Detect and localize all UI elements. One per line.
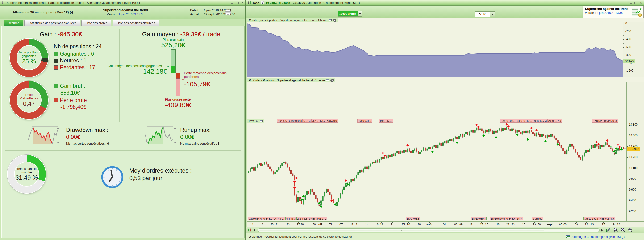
date-tick-label: 21: [272, 223, 282, 226]
statusbar-note: Graphique ProOrder (uniquement pour voir…: [249, 235, 352, 238]
report-instrument: Allemagne 30 au comptant (Mini 1€) (-): [13, 10, 73, 14]
app-candles-icon: [2, 1, 5, 5]
runup-sparkline-icon: [145, 125, 177, 145]
equity-pane-title: Courbe gains & pertes : Supertrend again…: [249, 19, 328, 22]
price-current-tag: 10 358,2: [627, 147, 640, 151]
avg-win-value: 142,18€: [96, 68, 167, 75]
gross-gain-value: 853,10€: [60, 90, 80, 96]
donut-ratio-label: Ratio Gains/Pertes: [17, 93, 41, 100]
date-tick-label: 12: [351, 223, 361, 226]
wrench-icon[interactable]: [255, 120, 258, 123]
price-axis: 10 80010 60010 40010 20010 0009 8009 600…: [626, 82, 644, 221]
section-divider-2: [5, 150, 240, 150]
date-tick-label: 08: [571, 223, 582, 226]
order-label: 1@9 956,9: [378, 119, 393, 123]
avg-win-label: Gain moyen des positions gagnantes —→: [44, 64, 169, 68]
units-dropdown-arrow-icon[interactable]: [358, 11, 362, 16]
close-icon[interactable]: ×: [639, 1, 642, 4]
positions-pane-title: ProOrder - Positions : Supertrend agains…: [249, 79, 325, 82]
loss-bar-light: [176, 78, 180, 96]
chart-settings-icon[interactable]: [605, 228, 610, 233]
orders-per-day-label: Moy d'ordres exécutés :: [129, 167, 192, 174]
date-tick-label: 30: [534, 223, 544, 226]
date-tick-label: 14: [246, 223, 257, 226]
avg-loss-label: Perte moyenne des positions perdantes: [184, 71, 243, 79]
donut-time-label2: marché: [22, 171, 32, 174]
order-label: 1@9 586,60 543,906,7 9 034 4 48,32,2 4 6…: [248, 217, 328, 221]
date-tick-label: sept.: [545, 223, 555, 226]
quote-time: 22:15:00: [293, 1, 305, 4]
price-label: Prix: [249, 120, 254, 123]
timeframe-dropdown[interactable]: 1 heure: [475, 11, 495, 17]
date-tick-label: 11: [466, 223, 476, 226]
close-pane-icon[interactable]: [333, 19, 336, 22]
order-label: 494,6 €s @9 939,865,1 33,2 9 258,7es 570…: [277, 119, 338, 123]
restore-icon[interactable]: [236, 1, 239, 4]
chart-titlebar: DAX 10 358,2 (+0,60%) 22:15:00 Allemagne…: [246, 0, 644, 6]
zoom-drag-icon[interactable]: [613, 228, 618, 233]
equity-current-tag: -945,30: [623, 59, 635, 63]
detach-pane-icon[interactable]: [326, 79, 329, 82]
date-tick-label: 28: [297, 223, 307, 226]
report-titlebar: Supertrend against the trend - Rapport d…: [0, 0, 245, 6]
donut-win-value: 25 %: [22, 58, 36, 65]
positions-pane-header: ProOrder - Positions : Supertrend agains…: [247, 78, 336, 82]
version-link[interactable]: 1 juin 2016 21:13:35: [119, 13, 144, 16]
report-window-title: Supertrend against the trend - Rapport d…: [6, 1, 140, 4]
gross-gain-swatch: [54, 84, 58, 88]
detach-indicator-icon[interactable]: [260, 120, 262, 122]
biggest-gain-value: 525,20€: [148, 41, 198, 49]
chart-mini-icon[interactable]: [248, 228, 252, 232]
report-summary-panel: Gain : -945,30€ % de positions gagnantes…: [2, 26, 244, 238]
ratio-donut: Ratio Gains/Pertes 0,47: [10, 81, 48, 120]
biggest-gain-label: Plus gros gain: [148, 38, 198, 41]
tab-2[interactable]: Liste des ordres: [82, 20, 111, 26]
instrument-link[interactable]: Allemagne 30 au comptant (Mini 1€) (-): [572, 235, 625, 239]
close-icon[interactable]: ×: [240, 1, 244, 4]
strategy-version-link[interactable]: 1 juin 2016 21:13:35: [597, 11, 622, 15]
scroll-left-arrow[interactable]: [253, 229, 256, 232]
date-tick-label: 19: [376, 223, 387, 226]
column-divider: [119, 29, 120, 121]
biggest-loss-label: Plus grosse perte: [153, 98, 203, 101]
scrollbar-track[interactable]: ≡: [258, 229, 600, 232]
time-in-market-donut: Temps dans le marché 31,49 %: [7, 154, 46, 194]
timeframe-dropdown-arrow-icon[interactable]: [490, 11, 495, 17]
zoom-in-icon[interactable]: [628, 228, 633, 233]
neutrals-swatch: [54, 59, 58, 63]
tab-1[interactable]: Statistiques des positions clôturées: [24, 20, 80, 26]
zoom-out-icon[interactable]: [620, 228, 626, 233]
minimize-icon[interactable]: [629, 1, 632, 4]
drawdown-sub: Nb max pertes consécutives : 6: [66, 142, 109, 145]
price-change: (+0,60%): [279, 1, 291, 4]
detach-pane-icon[interactable]: [329, 19, 332, 21]
tab-3[interactable]: Liste des positions clôturées: [112, 20, 159, 26]
neutrals-legend: Neutres : 1: [54, 57, 86, 64]
tab-bar: RésuméStatistiques des positions clôturé…: [0, 19, 245, 26]
date-tick-label: 28: [414, 223, 424, 226]
clock-icon: [101, 166, 124, 188]
gain-bar-dark: [171, 66, 176, 73]
chart-statusbar: Graphique ProOrder (uniquement pour voir…: [246, 233, 644, 240]
print-icon[interactable]: [224, 9, 232, 15]
backtest-report-icon[interactable]: [632, 7, 642, 17]
biggest-loss-value: -409,80€: [153, 101, 203, 109]
units-dropdown[interactable]: 10000 unités: [338, 11, 362, 17]
scroll-right-arrow[interactable]: [601, 229, 603, 232]
avg-gain-value: -39,39€ / trade: [180, 31, 220, 38]
restore-icon[interactable]: [634, 1, 638, 4]
date-tick-label: 15: [598, 223, 608, 226]
tab-0[interactable]: Résumé: [4, 20, 23, 26]
date-tick-label: 16: [257, 223, 267, 226]
minimize-icon[interactable]: [230, 1, 234, 4]
section-divider-1: [5, 121, 240, 122]
equity-curve-chart: [247, 22, 623, 77]
report-header: Allemagne 30 au comptant (Mini 1€) (-) S…: [0, 6, 245, 19]
scrollbar-thumb[interactable]: ≡: [259, 229, 544, 231]
gross-loss-legend: Perte brute :: [54, 97, 90, 103]
info-icon[interactable]: [261, 1, 264, 4]
date-tick-label: 18: [493, 223, 503, 226]
runup-value: 0,00€: [180, 134, 194, 140]
close-pane-icon[interactable]: [330, 79, 334, 82]
orders-per-day-value: 0,53 par jour: [129, 175, 162, 182]
